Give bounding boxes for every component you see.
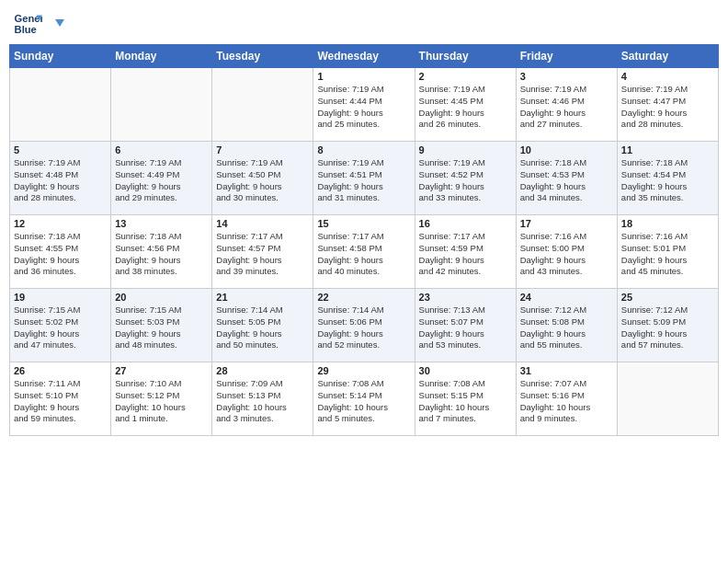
calendar-cell: 9Sunrise: 7:19 AM Sunset: 4:52 PM Daylig…: [415, 142, 516, 215]
day-number: 29: [317, 365, 410, 376]
calendar-week-row: 12Sunrise: 7:18 AM Sunset: 4:55 PM Dayli…: [10, 215, 719, 289]
calendar-cell: 15Sunrise: 7:17 AM Sunset: 4:58 PM Dayli…: [313, 215, 415, 289]
day-info: Sunrise: 7:12 AM Sunset: 5:09 PM Dayligh…: [621, 304, 714, 351]
calendar-cell: 20Sunrise: 7:15 AM Sunset: 5:03 PM Dayli…: [111, 289, 212, 362]
calendar-week-row: 26Sunrise: 7:11 AM Sunset: 5:10 PM Dayli…: [10, 362, 719, 436]
day-info: Sunrise: 7:19 AM Sunset: 4:47 PM Dayligh…: [621, 84, 714, 131]
day-info: Sunrise: 7:19 AM Sunset: 4:50 PM Dayligh…: [216, 157, 309, 204]
day-number: 26: [14, 365, 107, 376]
day-info: Sunrise: 7:18 AM Sunset: 4:53 PM Dayligh…: [520, 157, 613, 204]
day-number: 25: [621, 292, 714, 303]
day-number: 19: [14, 292, 107, 303]
svg-text:General: General: [15, 13, 42, 24]
day-info: Sunrise: 7:18 AM Sunset: 4:54 PM Dayligh…: [621, 157, 714, 204]
day-number: 2: [419, 71, 512, 82]
calendar-cell: 18Sunrise: 7:16 AM Sunset: 5:01 PM Dayli…: [617, 215, 718, 289]
calendar-cell: 1Sunrise: 7:19 AM Sunset: 4:44 PM Daylig…: [313, 68, 415, 142]
day-info: Sunrise: 7:18 AM Sunset: 4:56 PM Dayligh…: [115, 231, 208, 278]
calendar-cell: 2Sunrise: 7:19 AM Sunset: 4:45 PM Daylig…: [415, 68, 516, 142]
calendar-cell: 30Sunrise: 7:08 AM Sunset: 5:15 PM Dayli…: [415, 362, 516, 436]
day-info: Sunrise: 7:16 AM Sunset: 5:01 PM Dayligh…: [621, 231, 714, 278]
day-number: 5: [14, 144, 107, 155]
calendar-cell: 19Sunrise: 7:15 AM Sunset: 5:02 PM Dayli…: [10, 289, 111, 362]
day-info: Sunrise: 7:19 AM Sunset: 4:45 PM Dayligh…: [419, 84, 512, 131]
day-number: 18: [621, 218, 714, 229]
calendar-cell: 24Sunrise: 7:12 AM Sunset: 5:08 PM Dayli…: [516, 289, 617, 362]
calendar-cell: 8Sunrise: 7:19 AM Sunset: 4:51 PM Daylig…: [313, 142, 415, 215]
day-number: 23: [419, 292, 512, 303]
weekday-header-monday: Monday: [111, 45, 212, 68]
day-info: Sunrise: 7:19 AM Sunset: 4:51 PM Dayligh…: [317, 157, 410, 204]
calendar-cell: 29Sunrise: 7:08 AM Sunset: 5:14 PM Dayli…: [313, 362, 415, 436]
day-info: Sunrise: 7:11 AM Sunset: 5:10 PM Dayligh…: [14, 378, 107, 425]
day-info: Sunrise: 7:13 AM Sunset: 5:07 PM Dayligh…: [419, 304, 512, 351]
calendar-week-row: 19Sunrise: 7:15 AM Sunset: 5:02 PM Dayli…: [10, 289, 719, 362]
calendar-cell: 14Sunrise: 7:17 AM Sunset: 4:57 PM Dayli…: [212, 215, 313, 289]
calendar-cell: 6Sunrise: 7:19 AM Sunset: 4:49 PM Daylig…: [111, 142, 212, 215]
svg-marker-3: [55, 19, 64, 27]
day-number: 13: [115, 218, 208, 229]
calendar-cell: 31Sunrise: 7:07 AM Sunset: 5:16 PM Dayli…: [516, 362, 617, 436]
day-info: Sunrise: 7:08 AM Sunset: 5:14 PM Dayligh…: [317, 378, 410, 425]
calendar-cell: 5Sunrise: 7:19 AM Sunset: 4:48 PM Daylig…: [10, 142, 111, 215]
calendar-cell: 4Sunrise: 7:19 AM Sunset: 4:47 PM Daylig…: [617, 68, 718, 142]
day-info: Sunrise: 7:19 AM Sunset: 4:44 PM Dayligh…: [317, 84, 410, 131]
day-number: 20: [115, 292, 208, 303]
calendar-cell: 12Sunrise: 7:18 AM Sunset: 4:55 PM Dayli…: [10, 215, 111, 289]
calendar-cell: 21Sunrise: 7:14 AM Sunset: 5:05 PM Dayli…: [212, 289, 313, 362]
calendar-cell: 22Sunrise: 7:14 AM Sunset: 5:06 PM Dayli…: [313, 289, 415, 362]
weekday-header-saturday: Saturday: [617, 45, 718, 68]
day-number: 8: [317, 144, 410, 155]
weekday-header-sunday: Sunday: [10, 45, 111, 68]
day-number: 7: [216, 144, 309, 155]
day-info: Sunrise: 7:12 AM Sunset: 5:08 PM Dayligh…: [520, 304, 613, 351]
day-number: 17: [520, 218, 613, 229]
day-info: Sunrise: 7:16 AM Sunset: 5:00 PM Dayligh…: [520, 231, 613, 278]
calendar-cell: 23Sunrise: 7:13 AM Sunset: 5:07 PM Dayli…: [415, 289, 516, 362]
day-number: 30: [419, 365, 512, 376]
svg-text:Blue: Blue: [15, 24, 37, 35]
day-number: 1: [317, 71, 410, 82]
day-info: Sunrise: 7:19 AM Sunset: 4:49 PM Dayligh…: [115, 157, 208, 204]
day-number: 11: [621, 144, 714, 155]
calendar-cell: [212, 68, 313, 142]
day-number: 6: [115, 144, 208, 155]
header: General Blue: [9, 9, 719, 39]
day-info: Sunrise: 7:17 AM Sunset: 4:57 PM Dayligh…: [216, 231, 309, 278]
calendar-week-row: 1Sunrise: 7:19 AM Sunset: 4:44 PM Daylig…: [10, 68, 719, 142]
calendar-cell: 10Sunrise: 7:18 AM Sunset: 4:53 PM Dayli…: [516, 142, 617, 215]
day-info: Sunrise: 7:09 AM Sunset: 5:13 PM Dayligh…: [216, 378, 309, 425]
calendar-cell: 27Sunrise: 7:10 AM Sunset: 5:12 PM Dayli…: [111, 362, 212, 436]
calendar-cell: 11Sunrise: 7:18 AM Sunset: 4:54 PM Dayli…: [617, 142, 718, 215]
calendar-cell: 7Sunrise: 7:19 AM Sunset: 4:50 PM Daylig…: [212, 142, 313, 215]
calendar-week-row: 5Sunrise: 7:19 AM Sunset: 4:48 PM Daylig…: [10, 142, 719, 215]
day-number: 15: [317, 218, 410, 229]
day-info: Sunrise: 7:08 AM Sunset: 5:15 PM Dayligh…: [419, 378, 512, 425]
day-info: Sunrise: 7:14 AM Sunset: 5:05 PM Dayligh…: [216, 304, 309, 351]
weekday-header-wednesday: Wednesday: [313, 45, 415, 68]
calendar-cell: 3Sunrise: 7:19 AM Sunset: 4:46 PM Daylig…: [516, 68, 617, 142]
calendar-cell: [111, 68, 212, 142]
day-number: 12: [14, 218, 107, 229]
day-info: Sunrise: 7:15 AM Sunset: 5:03 PM Dayligh…: [115, 304, 208, 351]
calendar-cell: 26Sunrise: 7:11 AM Sunset: 5:10 PM Dayli…: [10, 362, 111, 436]
page: General Blue SundayMondayT: [0, 0, 728, 563]
day-info: Sunrise: 7:15 AM Sunset: 5:02 PM Dayligh…: [14, 304, 107, 351]
day-info: Sunrise: 7:18 AM Sunset: 4:55 PM Dayligh…: [14, 231, 107, 278]
calendar-cell: 28Sunrise: 7:09 AM Sunset: 5:13 PM Dayli…: [212, 362, 313, 436]
day-number: 10: [520, 144, 613, 155]
calendar-cell: [617, 362, 718, 436]
logo-icon: General Blue: [13, 9, 42, 39]
day-number: 4: [621, 71, 714, 82]
day-number: 16: [419, 218, 512, 229]
logo-arrow-icon: [48, 17, 64, 34]
day-info: Sunrise: 7:19 AM Sunset: 4:46 PM Dayligh…: [520, 84, 613, 131]
calendar-header-row: SundayMondayTuesdayWednesdayThursdayFrid…: [10, 45, 719, 68]
day-number: 31: [520, 365, 613, 376]
logo: General Blue: [13, 9, 64, 39]
calendar-cell: [10, 68, 111, 142]
day-number: 22: [317, 292, 410, 303]
calendar-cell: 16Sunrise: 7:17 AM Sunset: 4:59 PM Dayli…: [415, 215, 516, 289]
day-info: Sunrise: 7:10 AM Sunset: 5:12 PM Dayligh…: [115, 378, 208, 425]
day-number: 9: [419, 144, 512, 155]
